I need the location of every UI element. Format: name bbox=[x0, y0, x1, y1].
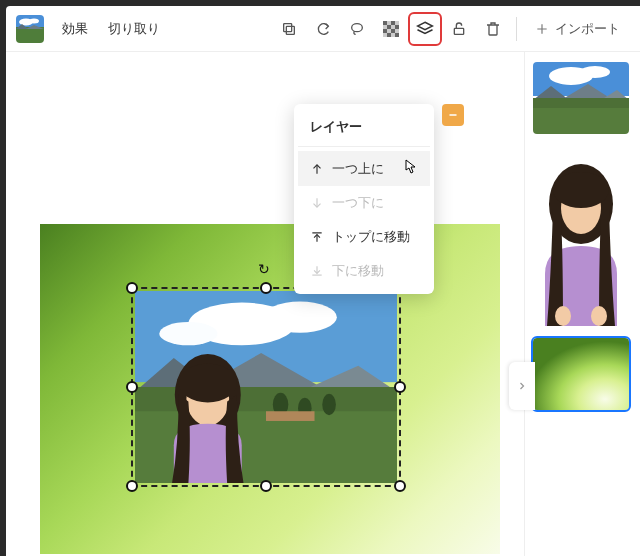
layer-move-down-label: 一つ下に bbox=[332, 194, 384, 212]
selected-layer-frame[interactable]: ↻ bbox=[131, 287, 401, 487]
svg-rect-34 bbox=[266, 411, 315, 421]
svg-rect-17 bbox=[395, 33, 399, 37]
layer-move-top[interactable]: トップに移動 bbox=[298, 220, 430, 254]
svg-point-57 bbox=[555, 306, 571, 326]
svg-point-24 bbox=[263, 302, 337, 333]
svg-rect-59 bbox=[533, 338, 629, 410]
workspace: ↻ レイヤー 一つ上に 一つ bbox=[6, 52, 640, 556]
svg-rect-12 bbox=[387, 25, 391, 29]
svg-rect-11 bbox=[391, 21, 395, 25]
rotate-handle[interactable]: ↻ bbox=[258, 261, 270, 277]
thumb-landscape[interactable] bbox=[533, 62, 629, 134]
active-layer-thumb[interactable] bbox=[16, 15, 44, 43]
resize-handle-bl[interactable] bbox=[126, 480, 138, 492]
selected-layer-content bbox=[135, 291, 397, 483]
svg-rect-15 bbox=[391, 29, 395, 33]
layer-move-down: 一つ下に bbox=[298, 186, 430, 220]
svg-rect-30 bbox=[135, 387, 397, 411]
svg-point-2 bbox=[29, 18, 39, 23]
svg-rect-52 bbox=[533, 98, 629, 108]
layer-move-up-label: 一つ上に bbox=[332, 160, 384, 178]
svg-point-47 bbox=[580, 66, 610, 78]
svg-marker-18 bbox=[418, 22, 433, 30]
resize-handle-tl[interactable] bbox=[126, 282, 138, 294]
resize-handle-br[interactable] bbox=[394, 480, 406, 492]
panel-nav-next[interactable] bbox=[509, 362, 535, 410]
svg-point-58 bbox=[591, 306, 607, 326]
chevron-right-icon bbox=[516, 380, 528, 392]
svg-rect-7 bbox=[284, 23, 292, 31]
copy-icon[interactable] bbox=[274, 14, 304, 44]
layers-panel bbox=[524, 52, 640, 556]
crop-button[interactable]: 切り取り bbox=[100, 14, 168, 44]
resize-handle-b[interactable] bbox=[260, 480, 272, 492]
top-toolbar: 効果 切り取り bbox=[6, 6, 640, 52]
resize-handle-r[interactable] bbox=[394, 381, 406, 393]
svg-point-56 bbox=[553, 172, 609, 208]
svg-rect-3 bbox=[16, 27, 44, 43]
canvas-area[interactable]: ↻ bbox=[6, 52, 524, 556]
svg-point-8 bbox=[352, 23, 363, 31]
arrow-up-icon bbox=[310, 162, 324, 176]
cursor-icon bbox=[404, 159, 418, 178]
layers-icon[interactable] bbox=[410, 14, 440, 44]
thumb-background[interactable] bbox=[533, 338, 629, 410]
effects-button[interactable]: 効果 bbox=[54, 14, 96, 44]
redo-icon[interactable] bbox=[308, 14, 338, 44]
popover-title: レイヤー bbox=[298, 114, 430, 147]
trash-icon[interactable] bbox=[478, 14, 508, 44]
group-collapse-button[interactable] bbox=[442, 104, 464, 126]
resize-handle-l[interactable] bbox=[126, 381, 138, 393]
svg-rect-6 bbox=[286, 26, 294, 34]
resize-handle-t[interactable] bbox=[260, 282, 272, 294]
svg-rect-13 bbox=[395, 25, 399, 29]
layer-move-bottom: 下に移動 bbox=[298, 254, 430, 288]
layer-move-up[interactable]: 一つ上に bbox=[298, 151, 430, 186]
move-top-icon bbox=[310, 230, 324, 244]
svg-point-25 bbox=[159, 322, 217, 345]
transparency-icon[interactable] bbox=[376, 14, 406, 44]
svg-rect-19 bbox=[454, 28, 463, 34]
move-bottom-icon bbox=[310, 264, 324, 278]
layer-move-top-label: トップに移動 bbox=[332, 228, 410, 246]
lock-icon[interactable] bbox=[444, 14, 474, 44]
divider bbox=[516, 17, 517, 41]
layer-move-bottom-label: 下に移動 bbox=[332, 262, 384, 280]
plus-icon bbox=[535, 22, 549, 36]
svg-rect-10 bbox=[383, 21, 387, 25]
lasso-icon[interactable] bbox=[342, 14, 372, 44]
svg-point-37 bbox=[179, 364, 237, 403]
import-button[interactable]: インポート bbox=[525, 14, 630, 44]
thumb-person[interactable] bbox=[533, 146, 629, 326]
svg-rect-16 bbox=[387, 33, 391, 37]
svg-point-33 bbox=[322, 394, 336, 415]
svg-rect-14 bbox=[383, 29, 387, 33]
layers-popover: レイヤー 一つ上に 一つ下に トップに移動 下に移動 bbox=[294, 104, 434, 294]
import-label: インポート bbox=[555, 20, 620, 38]
arrow-down-icon bbox=[310, 196, 324, 210]
